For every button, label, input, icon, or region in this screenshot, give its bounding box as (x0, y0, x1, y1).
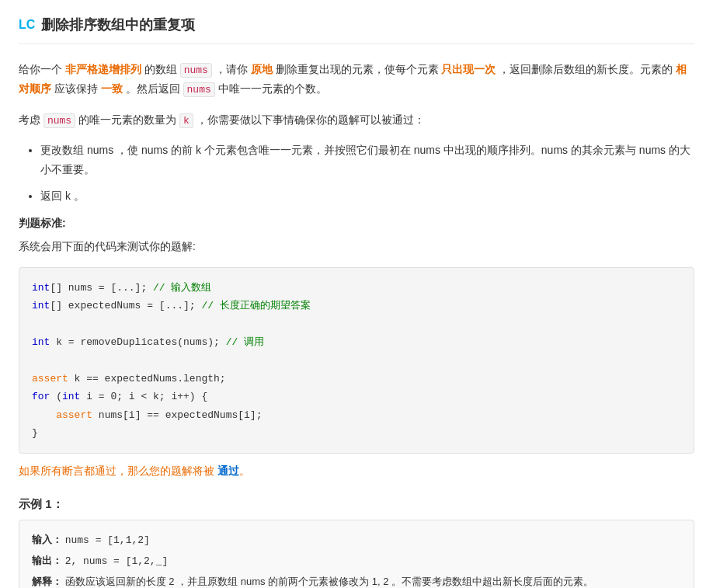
pass-bold: 通过 (217, 464, 239, 477)
judge-desc: 系统会用下面的代码来测试你的题解: (19, 237, 694, 256)
code-comment-1: // 输入数组 (153, 282, 211, 294)
code-k1: k (179, 113, 193, 128)
code-nums7: nums (541, 144, 568, 156)
code-line-6: assert nums[i] == expectedNums[i]; (32, 406, 681, 424)
requirement-list: 更改数组 nums ，使 nums 的前 k 个元素包含唯一一元素，并按照它们最… (19, 141, 694, 206)
example-output-value: 2, nums = [1,2,_] (65, 555, 169, 567)
keyword-once: 只出现一次 (441, 63, 496, 75)
example-section: 示例 1： 输入： nums = [1,1,2] 输出： 2, nums = [… (19, 497, 694, 588)
code-line-blank2 (32, 351, 681, 369)
example-explain-row: 解释： 函数应该返回新的长度 2 ，并且原数组 nums 的前两个元素被修改为 … (32, 572, 681, 588)
code-nums4: nums (87, 144, 113, 156)
code-assert-1: assert (32, 373, 68, 384)
example-title: 示例 1： (19, 497, 694, 512)
keyword-nonstrict: 非严格递增排列 (65, 63, 141, 75)
example-output-row: 输出： 2, nums = [1,2,_] (32, 551, 681, 572)
code-nums1: nums (180, 63, 212, 78)
code-type-4: int (62, 391, 80, 402)
code-nums2: nums (183, 82, 215, 97)
example-input-row: 输入： nums = [1,1,2] (32, 530, 681, 551)
code-block: int[] nums = [...]; // 输入数组 int[] expect… (19, 267, 694, 454)
description-para1: 给你一个 非严格递增排列 的数组 nums ，请你 原地 删除重复出现的元素，使… (19, 60, 694, 99)
code-type-2: int (32, 300, 50, 311)
description-para2: 考虑 nums 的唯一元素的数量为 k ，你需要做以下事情确保你的题解可以被通过… (19, 110, 694, 130)
code-nums8: nums (639, 144, 666, 156)
page-title: 删除排序数组中的重复项 (41, 16, 195, 34)
example-input-label: 输入： (32, 534, 62, 545)
example-input-value: nums = [1,1,2] (65, 534, 150, 546)
code-comment-2: // 长度正确的期望答案 (201, 300, 310, 311)
code-line-4: assert k == expectedNums.length; (32, 370, 681, 388)
code-type-3: int (32, 336, 50, 348)
pass-text: 如果所有断言都通过，那么您的题解将被 通过。 (19, 461, 694, 481)
code-assert-2: assert (56, 409, 92, 421)
code-k3: k (65, 190, 71, 202)
code-line-3: int k = removeDuplicates(nums); // 调用 (32, 333, 681, 351)
code-type-1: int (32, 282, 50, 294)
keyword-inplace: 原地 (251, 63, 273, 75)
judge-title: 判题标准: (19, 217, 694, 231)
code-comment-3: // 调用 (226, 336, 264, 348)
code-line-7: } (32, 424, 681, 442)
lc-badge: LC (19, 18, 35, 32)
code-nums6: nums (414, 144, 440, 156)
code-line-5: for (int i = 0; i < k; i++) { (32, 388, 681, 405)
code-nums3: nums (43, 113, 75, 128)
requirement-item-2: 返回 k 。 (40, 186, 694, 206)
code-line-2: int[] expectedNums = [...]; // 长度正确的期望答案 (32, 297, 681, 315)
code-line-1: int[] nums = [...]; // 输入数组 (32, 279, 681, 297)
keyword-same: 一致 (101, 82, 123, 95)
code-k2: k (196, 144, 201, 156)
example-output-label: 输出： (32, 555, 62, 566)
example-explain-label: 解释： (32, 576, 62, 587)
code-for-keyword: for (32, 391, 50, 402)
example-explain-value: 函数应该返回新的长度 2 ，并且原数组 nums 的前两个元素被修改为 1, 2… (65, 576, 593, 587)
example-box: 输入： nums = [1,1,2] 输出： 2, nums = [1,2,_]… (19, 520, 694, 588)
page-title-bar: LC 删除排序数组中的重复项 (19, 16, 694, 44)
code-nums5: nums (141, 144, 168, 156)
requirement-item-1: 更改数组 nums ，使 nums 的前 k 个元素包含唯一一元素，并按照它们最… (40, 141, 694, 179)
code-line-blank1 (32, 315, 681, 333)
